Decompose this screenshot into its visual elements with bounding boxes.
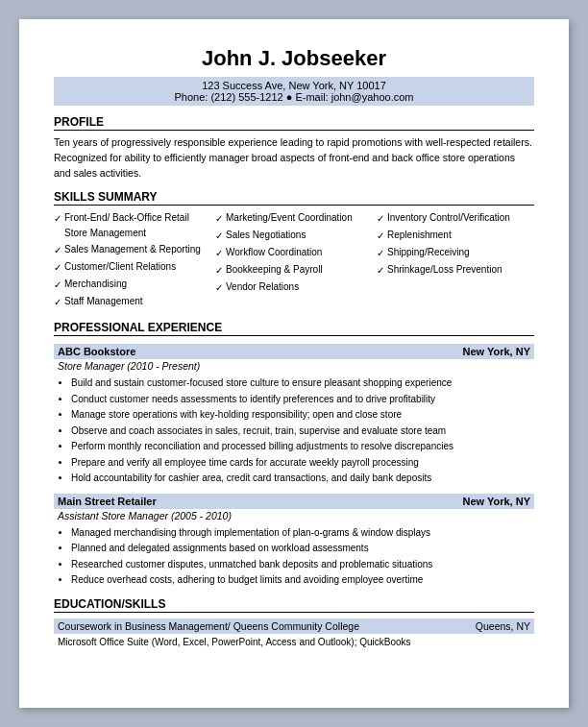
check-icon: ✓ — [54, 211, 61, 227]
edu-location: Queens, NY — [476, 620, 530, 632]
skills-section-title: SKILLS SUMMARY — [54, 190, 534, 206]
skill-item: ✓ Sales Management & Reporting — [54, 242, 211, 258]
skill-item: ✓ Vendor Relations — [215, 279, 373, 296]
skill-item: ✓ Workflow Coordination — [215, 245, 373, 261]
check-icon: ✓ — [54, 260, 61, 276]
education-section-title: EDUCATION/SKILLS — [54, 597, 534, 613]
skills-grid: ✓ Front-End/ Back-Office Retail Store Ma… — [54, 210, 534, 311]
skill-label: Vendor Relations — [226, 279, 299, 295]
check-icon: ✓ — [215, 263, 223, 279]
check-icon: ✓ — [377, 246, 384, 261]
company-location-1: New York, NY — [462, 346, 530, 357]
skill-item: ✓ Merchandising — [54, 277, 211, 293]
skills-col-3: ✓ Inventory Control/Verification ✓ Reple… — [377, 210, 534, 311]
check-icon: ✓ — [215, 280, 223, 296]
skill-label: Sales Management & Reporting — [64, 242, 201, 257]
contact-bar: 123 Success Ave, New York, NY 10017 Phon… — [54, 77, 534, 106]
bullet-item: Reduce overhead costs, adhering to budge… — [71, 572, 534, 588]
skill-label: Sales Negotiations — [226, 228, 306, 243]
check-icon: ✓ — [215, 229, 223, 244]
company-name-2: Main Street Retailer — [58, 496, 157, 507]
job-title-1: Store Manager (2010 - Present) — [54, 359, 534, 373]
skill-item: ✓ Shipping/Receiving — [377, 245, 534, 261]
header: John J. Jobseeker — [54, 46, 534, 71]
profile-text: Ten years of progressively responsible e… — [54, 135, 534, 181]
check-icon: ✓ — [54, 278, 61, 293]
skill-label: Front-End/ Back-Office Retail Store Mana… — [64, 210, 211, 241]
bullet-item: Prepare and verify all employee time car… — [71, 455, 534, 471]
edu-sub: Microsoft Office Suite (Word, Excel, Pow… — [54, 636, 534, 648]
check-icon: ✓ — [215, 246, 223, 261]
job-bullets-2: Managed merchandising through implementa… — [54, 525, 534, 588]
job-title-2: Assistant Store Manager (2005 - 2010) — [54, 509, 534, 522]
job-bullets-1: Build and sustain customer-focused store… — [54, 376, 534, 486]
bullet-item: Observe and coach associates in sales, r… — [71, 424, 534, 439]
skill-item: ✓ Replenishment — [377, 228, 534, 244]
skill-item: ✓ Customer/Client Relations — [54, 259, 211, 276]
skill-label: Inventory Control/Verification — [387, 210, 510, 226]
skill-item: ✓ Bookkeeping & Payroll — [215, 262, 373, 279]
phone-email: Phone: (212) 555-1212 ● E-mail: john@yah… — [175, 91, 414, 103]
skill-label: Shipping/Receiving — [387, 245, 470, 260]
skill-label: Shrinkage/Loss Prevention — [387, 262, 502, 278]
skill-item: ✓ Inventory Control/Verification — [377, 210, 534, 227]
profile-section-title: PROFILE — [54, 115, 534, 131]
skill-item: ✓ Front-End/ Back-Office Retail Store Ma… — [54, 210, 211, 241]
check-icon: ✓ — [54, 243, 61, 258]
check-icon: ✓ — [377, 211, 384, 227]
resume-page: John J. Jobseeker 123 Success Ave, New Y… — [19, 19, 569, 708]
skill-label: Replenishment — [387, 228, 452, 243]
check-icon: ✓ — [377, 263, 384, 279]
bullet-item: Managed merchandising through implementa… — [71, 525, 534, 541]
edu-row: Coursework in Business Management/ Queen… — [54, 618, 534, 634]
skill-item: ✓ Marketing/Event Coordination — [215, 210, 373, 227]
skills-col-1: ✓ Front-End/ Back-Office Retail Store Ma… — [54, 210, 211, 311]
skill-item: ✓ Staff Management — [54, 294, 211, 310]
skill-label: Marketing/Event Coordination — [226, 210, 353, 226]
company-location-2: New York, NY — [462, 496, 530, 507]
skill-label: Customer/Client Relations — [64, 259, 176, 275]
edu-course: Coursework in Business Management/ Queen… — [58, 620, 359, 632]
check-icon: ✓ — [215, 211, 223, 227]
skill-label: Bookkeeping & Payroll — [226, 262, 323, 278]
skill-item: ✓ Sales Negotiations — [215, 228, 373, 244]
skill-label: Staff Management — [64, 294, 143, 309]
job-company-row-1: ABC Bookstore New York, NY — [54, 344, 534, 359]
experience-section-title: PROFESSIONAL EXPERIENCE — [54, 321, 534, 336]
bullet-item: Build and sustain customer-focused store… — [71, 376, 534, 391]
check-icon: ✓ — [377, 229, 384, 244]
job-company-row-2: Main Street Retailer New York, NY — [54, 494, 534, 509]
skills-col-2: ✓ Marketing/Event Coordination ✓ Sales N… — [215, 210, 373, 311]
company-name-1: ABC Bookstore — [58, 346, 135, 357]
bullet-item: Conduct customer needs assessments to id… — [71, 392, 534, 407]
address: 123 Success Ave, New York, NY 10017 — [202, 80, 386, 91]
bullet-item: Hold accountability for cashier area, cr… — [71, 471, 534, 486]
bullet-item: Perform monthly reconciliation and proce… — [71, 439, 534, 454]
bullet-item: Researched customer disputes, unmatched … — [71, 557, 534, 572]
candidate-name: John J. Jobseeker — [54, 46, 534, 71]
skill-label: Merchandising — [64, 277, 127, 292]
check-icon: ✓ — [54, 295, 61, 310]
bullet-item: Planned and delegated assignments based … — [71, 541, 534, 556]
bullet-item: Manage store operations with key-holding… — [71, 407, 534, 423]
skill-label: Workflow Coordination — [226, 245, 322, 260]
skill-item: ✓ Shrinkage/Loss Prevention — [377, 262, 534, 279]
